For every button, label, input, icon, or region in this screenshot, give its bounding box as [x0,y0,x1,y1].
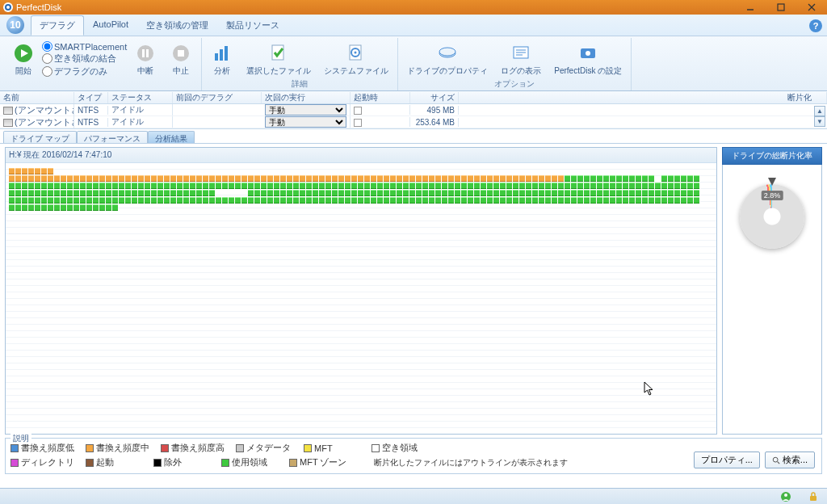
next-run-select: 手動 [265,116,346,128]
svg-rect-10 [178,50,184,57]
col-next[interactable]: 次回の実行 [262,92,351,103]
legend-mid: 書換え頻度中 [86,442,149,454]
svg-point-29 [784,494,787,497]
frag-percent: 2.8% [762,191,783,200]
analyze-button[interactable]: 分析 [205,40,239,78]
app-logo[interactable]: 10 [2,14,29,36]
opt-defrag-only[interactable]: デフラグのみ [42,65,127,78]
legend-free: 空き領域 [372,442,428,454]
status-user-icon [780,491,791,502]
chart-icon [211,42,233,65]
placement-options: SMARTPlacement 空き領域の結合 デフラグのみ [42,40,127,78]
sub-tabs: ドライブ マップ パフォーマンス 分析結果 [0,129,827,144]
subtab-drivemap[interactable]: ドライブ マップ [3,131,77,143]
drive-small-icon [3,107,13,115]
subtab-performance[interactable]: パフォーマンス [77,131,148,143]
legend-meta: メタデータ [236,442,292,454]
svg-rect-13 [225,46,228,61]
stop-button[interactable]: 中止 [164,40,198,78]
disc-gauge: 2.8% [740,184,804,249]
minimize-button[interactable] [735,0,766,15]
stop-icon [170,42,192,65]
frag-gauge-wrap: 2.8% [722,165,822,435]
col-size[interactable]: サイズ [410,92,459,103]
pause-button[interactable]: 中断 [128,40,162,78]
svg-rect-7 [142,49,145,57]
ribbon-header: 10 デフラグ AutoPilot 空き領域の管理 製品リソース ? [0,15,827,36]
gauge-needle-icon [768,178,776,186]
legend-dir: ディレクトリ [10,456,74,468]
svg-point-25 [586,51,590,56]
grid-header: 名前 タイプ ステータス 前回のデフラグ 次回の実行 起動時 サイズ 断片化 [0,91,827,104]
opt-consolidate[interactable]: 空き領域の結合 [42,52,127,65]
status-bar [0,488,827,504]
svg-point-6 [137,45,153,61]
map-body[interactable] [6,163,716,434]
title-bar: PerfectDisk [0,0,827,15]
legend-used: 使用領域 [221,456,278,468]
tab-freespace[interactable]: 空き領域の管理 [137,15,217,36]
next-run-select: 手動 [265,104,346,116]
legend-box: 説明 書換え頻度低 書換え頻度中 書換え頻度高 メタデータ MFT 空き領域 デ… [5,438,822,474]
grid-scroll: ▲ ▼ [814,106,825,127]
scroll-up-button[interactable]: ▲ [814,106,825,116]
svg-point-17 [355,52,357,54]
log-icon [510,42,532,65]
svg-rect-1 [778,4,784,10]
table-row[interactable]: (アンマウントされ.. NTFS アイドル 手動 495 MB [0,104,827,116]
pd-settings-button[interactable]: PerfectDisk の設定 [548,40,628,78]
col-status[interactable]: ステータス [108,92,173,103]
search-button[interactable]: 検索... [765,452,815,468]
svg-rect-8 [146,49,149,57]
legend-title: 説明 [10,433,31,444]
legend-mftzone: MFT ゾーン [289,456,346,468]
boot-checkbox [354,119,362,127]
boot-checkbox [354,107,362,115]
scroll-down-button[interactable]: ▼ [814,116,825,127]
drive-small-icon [3,119,13,127]
legend-excl: 除外 [153,456,210,468]
svg-line-27 [777,461,779,464]
col-frag[interactable]: 断片化 [459,92,827,103]
pause-icon [134,42,157,65]
drive-map-pane: H:¥ 現在 2016/02/14 7:47:10 [5,147,717,435]
settings-icon [577,42,599,65]
map-title: H:¥ 現在 2016/02/14 7:47:10 [6,148,716,163]
properties-button[interactable]: プロパティ... [694,452,760,468]
tab-resources[interactable]: 製品リソース [217,15,288,36]
svg-point-26 [773,457,778,462]
legend-high: 書換え頻度高 [161,442,225,454]
subtab-analysis[interactable]: 分析結果 [148,131,195,143]
col-type[interactable]: タイプ [74,92,108,103]
drive-properties-button[interactable]: ドライブのプロパティ [401,40,493,78]
svg-rect-11 [215,53,218,61]
legend-note: 断片化したファイルにはアウトラインが表示されます [374,457,568,468]
fragmentation-pane: ドライブの総断片化率 2.8% [722,147,822,435]
col-name[interactable]: 名前 [0,92,74,103]
tab-defrag[interactable]: デフラグ [31,15,84,36]
tab-autopilot[interactable]: AutoPilot [84,15,137,36]
col-last[interactable]: 前回のデフラグ [173,92,262,103]
start-label: 開始 [15,66,31,76]
app-icon [3,2,13,12]
selected-files-button[interactable]: 選択したファイル [241,40,317,78]
opt-smartplacement[interactable]: SMARTPlacement [42,41,127,52]
legend-mft: MFT [304,443,360,453]
col-boot[interactable]: 起動時 [351,92,410,103]
ribbon-body: 開始 SMARTPlacement 空き領域の結合 デフラグのみ 中断 中止 分… [0,36,827,91]
svg-point-19 [439,48,455,56]
drive-grid: 名前 タイプ ステータス 前回のデフラグ 次回の実行 起動時 サイズ 断片化 (… [0,91,827,129]
play-icon [12,42,35,65]
system-files-button[interactable]: システムファイル [318,40,394,78]
table-row[interactable]: (アンマウントされ.. NTFS アイドル 手動 253.64 MB [0,116,827,128]
frag-title: ドライブの総断片化率 [722,147,822,165]
close-button[interactable] [796,0,827,15]
start-button[interactable]: 開始 [6,40,40,78]
log-view-button[interactable]: ログの表示 [495,40,547,78]
help-button[interactable]: ? [809,19,822,32]
svg-rect-12 [220,49,223,61]
maximize-button[interactable] [766,0,796,15]
legend-boot: 起動 [86,456,142,468]
content-area: H:¥ 現在 2016/02/14 7:47:10 ドライブの総断片化率 2.8… [0,144,827,435]
group-options-label: オプション [401,78,628,90]
